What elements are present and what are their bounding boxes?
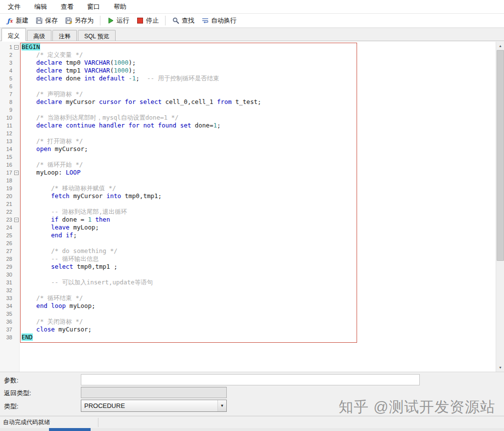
code-line-8[interactable]: 8 declare myCursor cursor for select cel… <box>0 98 496 106</box>
sql-editor[interactable]: 1−BEGIN2 /* 定义变量 */3 declare tmp0 VARCHA… <box>0 42 504 372</box>
menu-item-3[interactable]: 窗口 <box>81 0 108 14</box>
save-button-label: 保存 <box>45 16 58 25</box>
tab-2[interactable]: 注释 <box>52 30 77 41</box>
code-line-23[interactable]: 23− if done = 1 then <box>0 216 496 224</box>
code-line-27[interactable]: 27 /* do something */ <box>0 247 496 255</box>
line-number: 27 <box>0 247 13 255</box>
fold-marker-icon[interactable]: − <box>14 45 19 50</box>
code-line-19[interactable]: 19 /* 移动游标并赋值 */ <box>0 184 496 192</box>
line-number: 5 <box>0 75 13 82</box>
code-line-21[interactable]: 21 <box>0 200 496 208</box>
fold-column <box>13 184 20 192</box>
save-button[interactable]: 保存 <box>32 14 61 27</box>
code-line-9[interactable]: 9 <box>0 106 496 114</box>
save-as-button[interactable]: 另存为 <box>61 14 97 27</box>
code-line-3[interactable]: 3 declare tmp0 VARCHAR(1000); <box>0 59 496 67</box>
code-line-30[interactable]: 30 <box>0 271 496 279</box>
code-line-33[interactable]: 33 /* 循环结束 */ <box>0 294 496 302</box>
code-line-5[interactable]: 5 declare done int default -1; -- 用于控制循环… <box>0 75 496 82</box>
find-button[interactable]: 查找 <box>168 14 198 27</box>
tab-3[interactable]: SQL 预览 <box>78 30 116 41</box>
code-line-18[interactable]: 18 <box>0 177 496 184</box>
line-number: 15 <box>0 153 13 161</box>
code-line-20[interactable]: 20 fetch myCursor into tmp0,tmp1; <box>0 192 496 200</box>
code-text: declare tmp0 VARCHAR(1000); <box>20 59 136 67</box>
code-text <box>20 106 22 114</box>
fold-column <box>13 192 20 200</box>
scroll-up-arrow[interactable]: ▲ <box>496 42 504 50</box>
menu-item-1[interactable]: 编辑 <box>28 0 55 14</box>
code-line-13[interactable]: 13 /* 打开游标 */ <box>0 137 496 145</box>
fold-column <box>13 177 20 184</box>
code-line-36[interactable]: 36 /* 关闭游标 */ <box>0 318 496 326</box>
fold-marker-icon[interactable]: − <box>14 218 19 222</box>
scrollbar-thumb[interactable] <box>497 50 504 261</box>
code-text: -- 循环输出信息 <box>20 255 99 263</box>
code-text <box>20 200 22 208</box>
code-line-6[interactable]: 6 <box>0 82 496 90</box>
params-input[interactable] <box>81 374 420 385</box>
code-text: /* 打开游标 */ <box>20 137 83 145</box>
fold-column <box>13 106 20 114</box>
code-line-29[interactable]: 29 select tmp0,tmp1 ; <box>0 263 496 271</box>
fold-marker-icon[interactable]: − <box>14 171 19 175</box>
code-line-31[interactable]: 31 -- 可以加入insert,update等语句 <box>0 279 496 286</box>
code-line-12[interactable]: 12 <box>0 129 496 137</box>
line-number: 7 <box>0 90 13 98</box>
menubar: 文件编辑查看窗口帮助 <box>0 0 504 13</box>
vertical-scrollbar[interactable]: ▲ ▼ <box>496 42 504 372</box>
fold-column <box>13 333 20 341</box>
stop-icon <box>136 17 144 25</box>
code-line-34[interactable]: 34 end loop myLoop; <box>0 302 496 310</box>
code-line-22[interactable]: 22 -- 游标到达尾部,退出循环 <box>0 208 496 216</box>
code-line-7[interactable]: 7 /* 声明游标 */ <box>0 90 496 98</box>
tabbar: 定义高级注释SQL 预览 <box>0 28 504 41</box>
code-line-1[interactable]: 1−BEGIN <box>0 43 496 51</box>
code-line-26[interactable]: 26 <box>0 239 496 247</box>
menu-item-4[interactable]: 帮助 <box>108 0 134 14</box>
code-line-32[interactable]: 32 <box>0 286 496 294</box>
fold-column <box>13 129 20 137</box>
code-line-15[interactable]: 15 <box>0 153 496 161</box>
fold-column <box>13 239 20 247</box>
code-text <box>20 310 22 318</box>
run-button[interactable]: 运行 <box>103 14 133 27</box>
code-line-28[interactable]: 28 -- 循环输出信息 <box>0 255 496 263</box>
line-number: 18 <box>0 177 13 184</box>
code-line-24[interactable]: 24 leave myLoop; <box>0 224 496 231</box>
code-text: /* 声明游标 */ <box>20 90 83 98</box>
return-type-input <box>81 387 227 398</box>
find-button-label: 查找 <box>182 16 194 25</box>
fold-column <box>13 286 20 294</box>
code-line-37[interactable]: 37 close myCursor; <box>0 326 496 333</box>
fold-column <box>13 51 20 59</box>
fold-column <box>13 326 20 333</box>
code-line-10[interactable]: 10 /* 当游标到达尾部时，mysql自动设置done=1 */ <box>0 114 496 122</box>
scroll-down-arrow[interactable]: ▼ <box>496 363 504 372</box>
tab-0[interactable]: 定义 <box>1 28 26 41</box>
code-text: /* 定义变量 */ <box>20 51 83 59</box>
tab-1[interactable]: 高级 <box>27 30 51 41</box>
stop-button[interactable]: 停止 <box>133 14 162 27</box>
chevron-down-icon: ▼ <box>217 400 226 411</box>
word-wrap-button[interactable]: 自动换行 <box>198 14 240 27</box>
code-line-2[interactable]: 2 /* 定义变量 */ <box>0 51 496 59</box>
line-number: 36 <box>0 318 13 326</box>
type-dropdown[interactable]: PROCEDURE ▼ <box>81 400 227 412</box>
code-text: close myCursor; <box>20 326 92 333</box>
code-line-25[interactable]: 25 end if; <box>0 231 496 239</box>
code-line-35[interactable]: 35 <box>0 310 496 318</box>
code-area[interactable]: 1−BEGIN2 /* 定义变量 */3 declare tmp0 VARCHA… <box>0 43 496 341</box>
code-line-38[interactable]: 38END <box>0 333 496 341</box>
code-line-14[interactable]: 14 open myCursor; <box>0 145 496 153</box>
menu-item-2[interactable]: 查看 <box>55 0 81 14</box>
code-line-17[interactable]: 17− myLoop: LOOP <box>0 169 496 177</box>
fold-column: − <box>13 169 20 177</box>
code-line-16[interactable]: 16 /* 循环开始 */ <box>0 161 496 169</box>
new-button-label: 新建 <box>16 16 28 25</box>
menu-item-0[interactable]: 文件 <box>2 0 28 14</box>
code-line-4[interactable]: 4 declare tmp1 VARCHAR(1000); <box>0 67 496 75</box>
new-button[interactable]: ƒx 新建 <box>2 14 32 27</box>
code-line-11[interactable]: 11 declare continue handler for not foun… <box>0 122 496 129</box>
code-text <box>20 286 22 294</box>
